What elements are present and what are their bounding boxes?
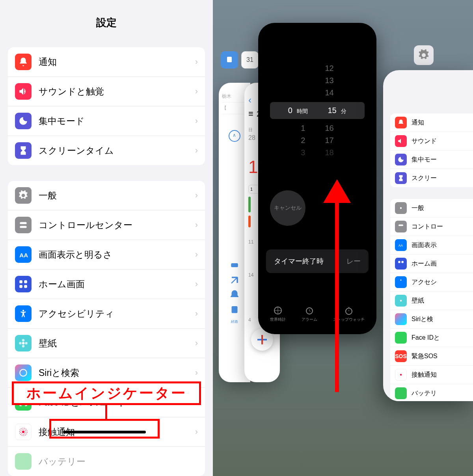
mini-row[interactable]: コントロー (390, 218, 473, 236)
chevron-right-icon: › (195, 279, 198, 289)
sos-icon: SOS (395, 350, 407, 362)
svg-rect-28 (398, 261, 400, 263)
row-home-screen[interactable]: ホーム画面 › (8, 270, 205, 299)
mini-row[interactable]: Siriと検 (390, 310, 473, 329)
row-wallpaper[interactable]: 壁紙 › (8, 329, 205, 358)
mini-row[interactable]: 一般 (390, 199, 473, 218)
svg-rect-1 (20, 226, 26, 228)
settings-screen: 設定 通知 › サウンドと触覚 › 集中モード › スクリーンタイム › 一般 … (0, 0, 213, 476)
app-switcher[interactable]: 31 栃木【 ∧ 経路 ‹ ≡ 2 日 28 1 1 11 14 4 (213, 0, 473, 476)
bell-icon (15, 54, 32, 70)
mini-row[interactable]: AA画面表示 (390, 236, 473, 255)
siri-icon (15, 364, 32, 381)
annotation-connector (105, 405, 107, 419)
row-label: サウンドと触覚 (39, 86, 195, 98)
hourglass-icon (15, 142, 32, 159)
svg-rect-26 (399, 225, 403, 226)
svg-point-10 (22, 345, 25, 348)
row-screentime[interactable]: スクリーンタイム › (8, 136, 205, 165)
row-label: ホーム画面 (39, 278, 195, 290)
mini-row[interactable]: ホーム画 (390, 255, 473, 273)
svg-point-9 (22, 339, 25, 342)
svg-point-32 (400, 374, 402, 376)
chevron-right-icon: › (195, 309, 198, 319)
svg-rect-20 (231, 263, 238, 267)
accessibility-icon (15, 305, 32, 322)
gear-icon (15, 187, 32, 204)
mini-row[interactable]: 接触通知 (390, 366, 473, 384)
row-label: 集中モード (39, 115, 195, 127)
battery-icon (395, 387, 407, 399)
svg-point-12 (25, 342, 28, 345)
svg-point-31 (400, 300, 402, 302)
svg-point-8 (22, 342, 25, 345)
row-general[interactable]: 一般 › (8, 181, 205, 210)
row-notifications[interactable]: 通知 › (8, 47, 205, 77)
row-label: 壁紙 (39, 337, 195, 350)
annotation-highlight (49, 419, 160, 439)
row-label: 通知 (39, 56, 195, 68)
timer-end-row[interactable]: タイマー終了時 レー (266, 249, 369, 273)
row-label: Siriと検索 (39, 367, 195, 379)
page-title: 設定 (0, 0, 213, 41)
svg-point-30 (400, 279, 402, 281)
chevron-right-icon: › (195, 190, 198, 201)
svg-rect-0 (20, 222, 26, 224)
tab-alarm[interactable]: アラーム (302, 306, 317, 322)
row-label: バッテリー (39, 456, 198, 468)
row-label: 画面表示と明るさ (39, 249, 195, 261)
timer-picker[interactable]: 012 013 014 0 時間 15 分 116 217 318 (258, 23, 376, 167)
mini-row[interactable]: 通知 (390, 113, 473, 132)
app-card-clock[interactable]: 012 013 014 0 時間 15 分 116 217 318 キャンセル … (258, 23, 376, 334)
svg-point-7 (22, 310, 24, 311)
settings-app-icon[interactable] (414, 45, 434, 65)
svg-point-13 (20, 369, 26, 376)
row-accessibility[interactable]: アクセシビリティ › (8, 299, 205, 329)
faceid-icon (395, 332, 407, 344)
mini-row[interactable]: Face IDと (390, 329, 473, 347)
grid-icon (395, 258, 407, 270)
row-label: スクリーンタイム (39, 145, 195, 157)
moon-icon (395, 154, 407, 165)
svg-rect-4 (24, 280, 27, 283)
mini-row[interactable]: バッテリ (390, 384, 473, 401)
mini-row[interactable]: 集中モー (390, 151, 473, 169)
row-control-center[interactable]: コントロールセンター › (8, 210, 205, 240)
row-focus[interactable]: 集中モード › (8, 106, 205, 136)
cancel-button[interactable]: キャンセル (270, 190, 305, 226)
flower-icon (395, 295, 407, 307)
accessibility-icon (395, 276, 407, 288)
settings-group-1: 通知 › サウンドと触覚 › 集中モード › スクリーンタイム › (8, 47, 205, 165)
mini-row[interactable]: 壁紙 (390, 292, 473, 310)
dock-icons: 31 (221, 51, 259, 69)
svg-rect-5 (19, 285, 22, 288)
row-sounds[interactable]: サウンドと触覚 › (8, 77, 205, 106)
row-battery[interactable]: バッテリー (8, 447, 205, 476)
mini-row[interactable]: アクセシ (390, 273, 473, 292)
speaker-icon (15, 83, 32, 100)
annotation-label: ホームインジケーター (12, 381, 201, 405)
mini-row[interactable]: SOS緊急SOS (390, 347, 473, 366)
chevron-right-icon: › (195, 86, 198, 97)
battery-icon (15, 453, 32, 470)
app-card-settings[interactable]: 通知 サウンド 集中モー スクリー 一般 コントロー AA画面表示 ホーム画 ア… (383, 70, 473, 401)
chevron-right-icon: › (195, 116, 198, 126)
row-label: アクセシビリティ (39, 308, 195, 320)
mini-row[interactable]: スクリー (390, 169, 473, 187)
transit-app-icon[interactable] (221, 51, 238, 69)
tab-worldclock[interactable]: 世界時計 (270, 306, 286, 322)
mini-row[interactable]: サウンド (390, 132, 473, 151)
siri-icon (395, 313, 407, 325)
chevron-right-icon: › (195, 427, 198, 437)
chevron-right-icon: › (195, 220, 198, 230)
text-size-icon: AA (395, 239, 407, 251)
svg-point-11 (19, 342, 22, 345)
exposure-icon (395, 369, 407, 381)
svg-text:AA: AA (19, 252, 28, 258)
row-display[interactable]: AA 画面表示と明るさ › (8, 240, 205, 270)
clock-tabbar: 世界時計 アラーム ストップウォッチ (258, 306, 376, 322)
text-size-icon: AA (15, 246, 32, 263)
calendar-app-icon[interactable]: 31 (241, 51, 259, 69)
svg-rect-3 (19, 280, 22, 283)
chevron-right-icon: › (195, 368, 198, 378)
